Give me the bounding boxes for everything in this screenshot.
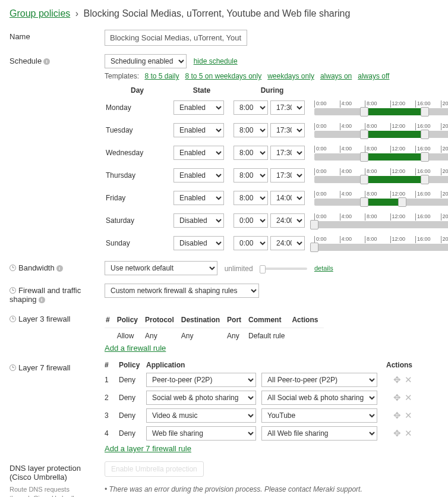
time-from-select[interactable]: 8:00 bbox=[234, 123, 268, 137]
schedule-day: Monday bbox=[105, 103, 170, 112]
template-link[interactable]: 8 to 5 on weekdays only bbox=[185, 72, 261, 80]
label-l3: Layer 3 firewall bbox=[10, 312, 105, 323]
template-link[interactable]: always on bbox=[320, 72, 352, 80]
schedule-table: Day State During MondayEnabled8:0017:300… bbox=[105, 86, 448, 253]
state-select[interactable]: Disabled bbox=[173, 236, 224, 250]
timeline[interactable]: 0:004:008:0012:0016:0020:00 bbox=[314, 168, 448, 185]
label-bandwidth: Bandwidthi bbox=[10, 261, 105, 272]
bandwidth-slider[interactable] bbox=[260, 268, 307, 270]
time-from-select[interactable]: 8:00 bbox=[234, 146, 268, 160]
time-from-select[interactable]: 8:00 bbox=[234, 168, 268, 183]
move-icon[interactable]: ✥ bbox=[393, 410, 401, 421]
timeline-handle-start[interactable] bbox=[310, 220, 318, 229]
state-select[interactable]: Enabled bbox=[173, 168, 224, 183]
state-select[interactable]: Enabled bbox=[173, 191, 224, 205]
timeline-handle-start[interactable] bbox=[360, 175, 368, 184]
move-icon[interactable]: ✥ bbox=[393, 375, 401, 385]
timeline-tick: 16:00 bbox=[415, 236, 441, 243]
delete-icon[interactable]: ✕ bbox=[405, 375, 412, 385]
time-from-select[interactable]: 8:00 bbox=[234, 191, 268, 205]
delete-icon[interactable]: ✕ bbox=[405, 392, 412, 403]
timeline-tick: 20:00 bbox=[441, 100, 449, 108]
time-from-select[interactable]: 0:00 bbox=[234, 236, 268, 250]
l7-sub-select[interactable]: YouTube bbox=[261, 408, 377, 423]
fw-shaping-select[interactable]: Custom network firewall & shaping rules bbox=[105, 284, 259, 298]
schedule-day: Tuesday bbox=[105, 126, 170, 134]
l7-policy: Deny bbox=[119, 411, 144, 420]
move-icon[interactable]: ✥ bbox=[393, 428, 401, 439]
move-icon[interactable]: ✥ bbox=[393, 392, 401, 403]
bandwidth-details-link[interactable]: details bbox=[314, 265, 333, 272]
timeline-tick: 0:00 bbox=[314, 191, 340, 198]
time-to-select[interactable]: 17:30 bbox=[270, 146, 305, 160]
state-select[interactable]: Enabled bbox=[173, 100, 224, 115]
timeline[interactable]: 0:004:008:0012:0016:0020:00 bbox=[314, 191, 448, 207]
time-from-select[interactable]: 0:00 bbox=[234, 213, 268, 228]
timeline-handle-start[interactable] bbox=[310, 243, 318, 252]
clock-icon bbox=[10, 364, 16, 371]
head-state: State bbox=[173, 86, 230, 95]
name-input[interactable] bbox=[105, 30, 247, 46]
l7-sub-select[interactable]: All Web file sharing bbox=[261, 426, 377, 441]
timeline[interactable]: 0:004:008:0012:0016:0020:00 bbox=[314, 100, 448, 117]
add-l7-rule-link[interactable]: Add a layer 7 firewall rule bbox=[105, 444, 191, 453]
templates-links: 8 to 5 daily8 to 5 on weekdays onlyweekd… bbox=[144, 72, 395, 80]
state-select[interactable]: Enabled bbox=[173, 123, 224, 137]
l7-row: 4DenyWeb file sharingAll Web file sharin… bbox=[105, 426, 438, 441]
time-to-select[interactable]: 24:00 bbox=[270, 236, 305, 250]
timeline[interactable]: 0:004:008:0012:0016:0020:00 bbox=[314, 123, 448, 140]
timeline[interactable]: 0:004:008:0012:0016:0020:00 bbox=[314, 146, 448, 162]
timeline-tick: 8:00 bbox=[365, 123, 390, 130]
timeline-handle-end[interactable] bbox=[421, 130, 429, 139]
schedule-day: Friday bbox=[105, 194, 170, 202]
info-icon[interactable]: i bbox=[56, 265, 63, 272]
timeline-handle-end[interactable] bbox=[398, 197, 406, 207]
timeline-tick: 8:00 bbox=[365, 236, 390, 243]
timeline-tick: 12:00 bbox=[390, 146, 416, 153]
timeline-tick: 20:00 bbox=[441, 213, 449, 221]
breadcrumb-root[interactable]: Group policies bbox=[10, 8, 70, 18]
template-link[interactable]: weekdays only bbox=[267, 72, 314, 80]
timeline-tick: 20:00 bbox=[441, 236, 449, 243]
timeline-handle-end[interactable] bbox=[421, 175, 429, 184]
delete-icon[interactable]: ✕ bbox=[405, 428, 412, 439]
l7-app-select[interactable]: Peer-to-peer (P2P) bbox=[146, 373, 256, 387]
template-link[interactable]: always off bbox=[358, 72, 389, 80]
l7-app-select[interactable]: Video & music bbox=[146, 408, 256, 423]
info-icon[interactable]: i bbox=[43, 58, 50, 65]
l7-app-select[interactable]: Social web & photo sharing bbox=[146, 391, 256, 405]
breadcrumb: Group policies › Blocking Social Medias,… bbox=[10, 8, 438, 19]
schedule-day: Wednesday bbox=[105, 149, 170, 157]
l7-sub-select[interactable]: All Social web & photo sharing bbox=[261, 391, 377, 405]
time-to-select[interactable]: 24:00 bbox=[270, 213, 305, 228]
schedule-mode-select[interactable]: Scheduling enabled bbox=[105, 54, 187, 68]
timeline-handle-start[interactable] bbox=[360, 197, 368, 207]
timeline-handle-start[interactable] bbox=[360, 107, 368, 117]
l7-app-select[interactable]: Web file sharing bbox=[146, 426, 256, 441]
state-select[interactable]: Enabled bbox=[173, 146, 224, 160]
bandwidth-select[interactable]: Use network default bbox=[105, 261, 217, 275]
timeline-handle-end[interactable] bbox=[421, 152, 429, 162]
timeline-tick: 0:00 bbox=[314, 213, 340, 221]
time-to-select[interactable]: 17:30 bbox=[270, 168, 305, 183]
timeline[interactable]: 0:004:008:0012:0016:0020:00 bbox=[314, 213, 448, 230]
state-select[interactable]: Disabled bbox=[173, 213, 224, 228]
timeline-handle-start[interactable] bbox=[360, 130, 368, 139]
timeline[interactable]: 0:004:008:0012:0016:0020:00 bbox=[314, 236, 448, 253]
l7-sub-select[interactable]: All Peer-to-peer (P2P) bbox=[261, 373, 377, 387]
time-to-select[interactable]: 17:30 bbox=[270, 100, 305, 115]
l3-row: AllowAny AnyAnyDefault rule bbox=[105, 328, 324, 344]
delete-icon[interactable]: ✕ bbox=[405, 410, 412, 421]
timeline-handle-end[interactable] bbox=[421, 107, 429, 117]
time-to-select[interactable]: 17:30 bbox=[270, 123, 305, 137]
info-icon[interactable]: i bbox=[39, 297, 45, 303]
timeline-handle-start[interactable] bbox=[360, 152, 368, 162]
time-from-select[interactable]: 8:00 bbox=[234, 100, 268, 115]
timeline-tick: 20:00 bbox=[441, 123, 449, 130]
timeline-tick: 4:00 bbox=[340, 236, 365, 243]
add-l3-rule-link[interactable]: Add a firewall rule bbox=[105, 344, 166, 353]
template-link[interactable]: 8 to 5 daily bbox=[144, 72, 179, 80]
time-to-select[interactable]: 14:00 bbox=[270, 191, 305, 205]
hide-schedule-link[interactable]: hide schedule bbox=[194, 57, 238, 65]
clock-icon bbox=[10, 287, 16, 294]
